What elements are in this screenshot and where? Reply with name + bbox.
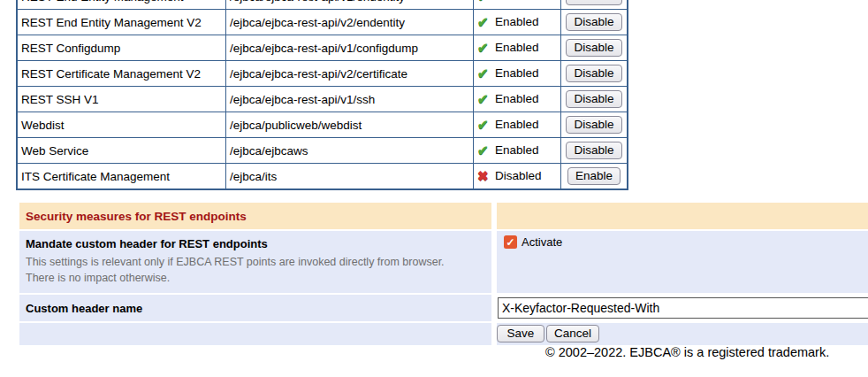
status-text: Enabled — [495, 92, 539, 105]
disable-button[interactable]: Disable — [566, 39, 621, 57]
endpoint-action-cell: Enable — [561, 164, 628, 190]
endpoint-name: REST End Entity Management — [17, 0, 226, 10]
disable-button[interactable]: Disable — [566, 0, 621, 5]
mandate-label: Mandate custom header for REST endpoints — [26, 237, 483, 250]
table-row: ITS Certificate Management /ejbca/its ✖D… — [17, 164, 628, 190]
endpoint-status: ✔Enabled — [474, 138, 561, 164]
disable-button[interactable]: Disable — [566, 116, 621, 134]
table-row: Webdist /ejbca/publicweb/webdist ✔Enable… — [17, 112, 628, 138]
status-enabled-icon: ✔ — [477, 142, 492, 158]
endpoint-url: /ejbca/ejbcaws — [226, 138, 474, 164]
endpoint-status: ✔Enabled — [474, 0, 561, 10]
activate-checkbox[interactable]: ✓ — [504, 235, 517, 249]
endpoint-url: /ejbca/ejbca-rest-api/v2/endentity — [226, 10, 474, 35]
mandate-description: This settings is relevant only if EJBCA … — [26, 254, 472, 286]
table-row: REST SSH V1 /ejbca/ejbca-rest-api/v1/ssh… — [17, 87, 628, 112]
status-text: Enabled — [495, 143, 539, 157]
endpoint-action-cell: Disable — [561, 0, 628, 10]
endpoint-name: REST Configdump — [17, 35, 226, 61]
endpoint-action-cell: Disable — [561, 138, 628, 164]
security-header-spacer — [497, 203, 868, 229]
status-enabled-icon: ✔ — [477, 40, 492, 56]
custom-header-row: Custom header name — [19, 295, 868, 321]
custom-header-input[interactable] — [498, 297, 868, 319]
endpoint-action-cell: Disable — [561, 61, 628, 87]
endpoint-action-cell: Disable — [561, 87, 628, 112]
disable-button[interactable]: Disable — [566, 90, 621, 108]
status-text: Disabled — [495, 169, 542, 182]
endpoint-name: REST End Entity Management V2 — [17, 10, 226, 35]
endpoint-url: /ejbca/ejbca-rest-api/v2/certificate — [226, 61, 474, 87]
status-text: Enabled — [495, 15, 539, 28]
copyright-footer: © 2002–2022. EJBCA® is a registered trad… — [545, 345, 829, 359]
endpoint-url: /ejbca/ejbca-rest-api/v1/configdump — [226, 35, 474, 61]
disable-button[interactable]: Disable — [566, 65, 621, 82]
security-header-row: Security measures for REST endpoints — [19, 203, 868, 229]
endpoint-url: /ejbca/ejbca-rest-api/v1/ssh — [226, 87, 474, 112]
status-text: Enabled — [495, 66, 539, 80]
endpoint-url: /ejbca/ejbca-rest-api/v1/endentity — [226, 0, 474, 10]
actions-row-spacer — [19, 323, 491, 345]
endpoint-status: ✔Enabled — [474, 87, 561, 112]
status-text: Enabled — [495, 0, 539, 3]
endpoint-name: Web Service — [17, 138, 226, 164]
mandate-row: Mandate custom header for REST endpoints… — [19, 231, 868, 293]
status-text: Enabled — [495, 118, 539, 131]
page: REST End Entity Management /ejbca/ejbca-… — [0, 0, 868, 377]
activate-checkbox-label: Activate — [522, 235, 562, 249]
table-row: REST Configdump /ejbca/ejbca-rest-api/v1… — [17, 35, 628, 61]
endpoint-name: ITS Certificate Management — [17, 164, 226, 190]
endpoint-status: ✔Enabled — [474, 35, 561, 61]
endpoint-action-cell: Disable — [561, 10, 628, 35]
status-enabled-icon: ✔ — [477, 0, 492, 4]
table-row: REST End Entity Management /ejbca/ejbca-… — [17, 0, 628, 10]
endpoint-action-cell: Disable — [561, 112, 628, 138]
endpoint-status: ✔Enabled — [474, 10, 561, 35]
endpoint-name: Webdist — [17, 112, 226, 138]
table-row: REST End Entity Management V2 /ejbca/ejb… — [17, 10, 628, 35]
endpoint-action-cell: Disable — [561, 35, 628, 61]
enable-button[interactable]: Enable — [567, 167, 621, 185]
disable-button[interactable]: Disable — [566, 142, 621, 159]
endpoint-url: /ejbca/its — [226, 164, 474, 190]
table-row: REST Certificate Management V2 /ejbca/ej… — [17, 61, 628, 87]
security-measures-table: Security measures for REST endpoints Man… — [14, 201, 868, 347]
status-enabled-icon: ✔ — [477, 14, 492, 30]
cancel-button[interactable]: Cancel — [546, 325, 599, 342]
status-enabled-icon: ✔ — [477, 91, 492, 107]
security-section-title: Security measures for REST endpoints — [19, 203, 491, 229]
endpoint-status: ✔Enabled — [474, 61, 561, 87]
rest-endpoints-table: REST End Entity Management /ejbca/ejbca-… — [16, 0, 628, 190]
endpoint-name: REST SSH V1 — [17, 87, 226, 112]
endpoint-status: ✖Disabled — [474, 164, 561, 190]
endpoint-name: REST Certificate Management V2 — [17, 61, 226, 87]
disable-button[interactable]: Disable — [566, 13, 621, 31]
custom-header-label: Custom header name — [20, 302, 491, 315]
table-row: Web Service /ejbca/ejbcaws ✔Enabled Disa… — [17, 138, 628, 164]
endpoint-url: /ejbca/publicweb/webdist — [226, 112, 474, 138]
actions-row: SaveCancel — [19, 323, 868, 345]
endpoint-status: ✔Enabled — [474, 112, 561, 138]
status-text: Enabled — [495, 41, 539, 54]
status-disabled-icon: ✖ — [477, 168, 492, 184]
status-enabled-icon: ✔ — [477, 117, 492, 133]
status-enabled-icon: ✔ — [477, 65, 492, 81]
save-button[interactable]: Save — [497, 325, 544, 342]
